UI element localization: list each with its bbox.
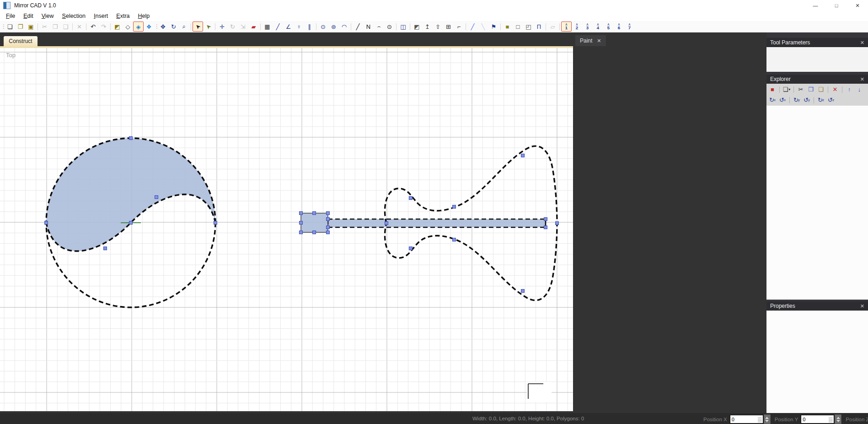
explorer-move-down-button[interactable]: ↓	[854, 85, 864, 94]
tool-circle-button[interactable]: ⊙	[384, 21, 395, 32]
selection-handle[interactable]	[521, 290, 525, 293]
tool-view-xray-button[interactable]: ❖	[144, 21, 154, 32]
selection-handle[interactable]	[45, 221, 48, 225]
tool-view-wireframe-button[interactable]: ◈	[133, 21, 144, 32]
explorer-cut-node-button[interactable]: ✂	[796, 85, 806, 94]
explorer-rotate-y-ccw-button[interactable]: ↺y	[802, 95, 812, 105]
selection-handle[interactable]	[409, 247, 413, 250]
guitar-headstock[interactable]	[301, 213, 328, 232]
selection-handle[interactable]	[300, 221, 303, 225]
position-x-input[interactable]: 0	[730, 415, 763, 424]
guitar-neck[interactable]	[328, 219, 546, 227]
tool-arc-center-button[interactable]: ◠	[339, 21, 349, 32]
position-x-spinner[interactable]	[764, 414, 771, 424]
explorer-delete-node-button[interactable]: ✕	[830, 85, 840, 94]
selection-handle[interactable]	[313, 231, 316, 234]
selection-handle[interactable]	[300, 212, 303, 215]
selection-handle[interactable]	[313, 212, 316, 215]
explorer-rotate-y-cw-button[interactable]: ↻y	[792, 95, 802, 105]
tool-paste-button[interactable]: ❑	[60, 21, 71, 32]
selection-handle[interactable]	[556, 222, 559, 225]
selection-handle[interactable]	[155, 196, 158, 199]
tool-zoom-button[interactable]: ⌕	[179, 21, 189, 32]
maximize-button[interactable]: □	[826, 0, 847, 11]
tool-save-button[interactable]: ▣	[26, 21, 36, 32]
tool-box-button[interactable]: ◫	[398, 21, 408, 32]
drawing-canvas[interactable]: Top	[0, 48, 573, 411]
explorer-rotate-x-ccw-button[interactable]: ↺x	[777, 95, 788, 105]
tool-material-profile-button[interactable]: Π	[534, 21, 544, 32]
tool-point-button[interactable]: ♀	[294, 21, 304, 32]
explorer-paste-node-button[interactable]: ❑	[816, 85, 826, 94]
tool-mirror-1[interactable]: ∧1	[561, 21, 572, 32]
tool-profile-button[interactable]: ⌐	[454, 21, 464, 32]
dropdown-caret-icon[interactable]: ▾	[788, 87, 790, 91]
tab-paint[interactable]: Paint ✕	[575, 35, 606, 46]
tool-material-none-button[interactable]: □	[513, 21, 523, 32]
selection-handle[interactable]	[327, 218, 330, 221]
tool-point-line-button[interactable]: ╱	[273, 21, 283, 32]
selection-handle[interactable]	[385, 222, 388, 225]
tool-angle-button[interactable]: ∠	[283, 21, 294, 32]
tool-extrude-button[interactable]: ↥	[422, 21, 433, 32]
tool-new-button[interactable]: ❏	[5, 21, 15, 32]
tool-view-hidden-line-button[interactable]: ◇	[123, 21, 133, 32]
tab-paint-close-icon[interactable]: ✕	[597, 38, 601, 44]
tool-mirror-5[interactable]: ∧5	[603, 21, 614, 32]
tool-parameters-close-icon[interactable]: ✕	[860, 40, 864, 46]
tool-mirror-6[interactable]: ∧6	[614, 21, 624, 32]
menu-view[interactable]: View	[38, 13, 58, 19]
properties-header[interactable]: Properties ✕	[766, 301, 868, 311]
properties-close-icon[interactable]: ✕	[860, 303, 864, 309]
menu-edit[interactable]: Edit	[19, 13, 38, 19]
tool-rotate-button[interactable]: ↻	[227, 21, 238, 32]
spinner-down-icon[interactable]	[765, 420, 769, 422]
tool-parallel-button[interactable]: ∥	[304, 21, 315, 32]
spinner-down-icon[interactable]	[836, 420, 840, 422]
tool-polyline-button[interactable]: N	[363, 21, 374, 32]
menu-extra[interactable]: Extra	[112, 13, 134, 19]
tool-sketch-line-ref-button[interactable]: ╲	[478, 21, 488, 32]
spinner-up-icon[interactable]	[836, 417, 840, 419]
minimize-button[interactable]: —	[805, 0, 826, 11]
selection-handle[interactable]	[327, 231, 330, 234]
explorer-copy-node-button[interactable]: ❒	[806, 85, 816, 94]
tool-circle-center-button[interactable]: ⊙	[318, 21, 328, 32]
selection-handle[interactable]	[453, 205, 456, 209]
tool-mirror-7[interactable]: ∧7	[624, 21, 635, 32]
tool-circle-diameter-button[interactable]: ⊚	[328, 21, 339, 32]
selection-handle[interactable]	[409, 197, 413, 200]
tool-move-button[interactable]: ✛	[217, 21, 227, 32]
tool-eraser-button[interactable]: ▰	[248, 21, 259, 32]
tool-scale-button[interactable]: ⇲	[238, 21, 248, 32]
tool-flag-button[interactable]: ⚑	[488, 21, 499, 32]
close-button[interactable]: ✕	[847, 0, 868, 11]
tool-frame-button[interactable]: ⊞	[443, 21, 454, 32]
explorer-rotate-x-cw-button[interactable]: ↻x	[767, 95, 777, 105]
selection-handle[interactable]	[544, 226, 547, 229]
tool-parameters-header[interactable]: Tool Parameters ✕	[766, 38, 868, 47]
tool-open-button[interactable]: ❐	[15, 21, 26, 32]
explorer-new-node-button[interactable]: ❏▾	[782, 85, 792, 94]
explorer-scene-cube-button[interactable]: ■	[767, 85, 777, 94]
menu-file[interactable]: File	[2, 13, 19, 19]
tool-material-solid-button[interactable]: ■	[502, 21, 513, 32]
tool-mirror-4[interactable]: ∧4	[593, 21, 603, 32]
tool-mesh-button[interactable]: ▦	[262, 21, 273, 32]
explorer-tree[interactable]	[766, 106, 868, 300]
tool-ghost-button[interactable]: ▱	[547, 21, 558, 32]
selection-handle[interactable]	[327, 226, 330, 229]
spinner-up-icon[interactable]	[765, 417, 769, 419]
tool-undo-button[interactable]: ↶	[88, 21, 98, 32]
selection-handle[interactable]	[104, 247, 107, 250]
menu-help[interactable]: Help	[134, 13, 154, 19]
explorer-rotate-z-cw-button[interactable]: ↻z	[816, 95, 826, 105]
selection-handle[interactable]	[521, 154, 525, 157]
explorer-move-up-button[interactable]: ↑	[844, 85, 854, 94]
toolbar-grip-handle[interactable]: ⋮	[154, 23, 158, 30]
position-y-input[interactable]: 0	[801, 415, 834, 424]
tool-mirror-3[interactable]: ∧3	[582, 21, 593, 32]
tool-pan-button[interactable]: ✥	[158, 21, 168, 32]
selection-handle[interactable]	[214, 221, 217, 225]
tool-line-button[interactable]: ╱	[353, 21, 363, 32]
